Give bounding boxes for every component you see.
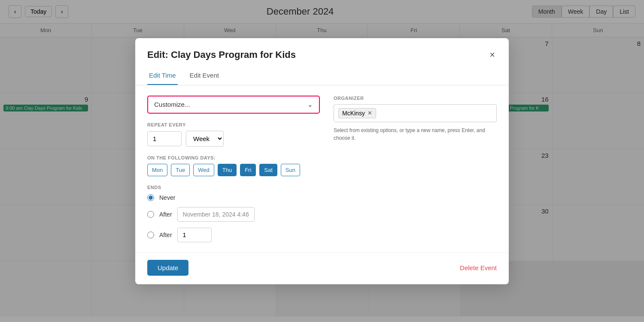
organizer-tag: McKinsy ✕ xyxy=(338,108,376,118)
modal-header: Edit: Clay Days Program for Kids × xyxy=(135,38,509,61)
day-wed-button[interactable]: Wed xyxy=(193,164,214,176)
ends-never-row: Never xyxy=(147,194,320,201)
organizer-box[interactable]: McKinsy ✕ xyxy=(334,104,497,122)
day-fri-button[interactable]: Fri xyxy=(240,164,256,176)
day-mon-button[interactable]: Mon xyxy=(147,164,167,176)
ends-after-date-row: After xyxy=(147,207,320,222)
organizer-remove-button[interactable]: ✕ xyxy=(368,110,372,116)
calendar-container: ‹ Today › December 2024 Month Week Day L… xyxy=(0,0,644,322)
organizer-hint: Select from existing options, or type a … xyxy=(334,126,497,142)
organizer-label: ORGANIZER xyxy=(334,96,497,101)
ends-options: Never After After xyxy=(147,194,320,242)
modal-footer: Update Delete Event xyxy=(135,253,509,284)
delete-event-button[interactable]: Delete Event xyxy=(460,264,497,271)
ends-after-count-row: After xyxy=(147,228,320,242)
tab-edit-event[interactable]: Edit Event xyxy=(188,68,221,85)
ends-count-input[interactable] xyxy=(177,228,212,242)
close-button[interactable]: × xyxy=(488,48,497,61)
ends-after-count-radio[interactable] xyxy=(147,232,154,238)
customize-dropdown[interactable]: Customize... ⌄ xyxy=(147,96,320,114)
repeat-unit-select[interactable]: Week Day Month Year xyxy=(186,131,224,147)
organizer-name: McKinsy xyxy=(342,110,365,117)
repeat-row: Week Day Month Year xyxy=(147,131,320,147)
ends-after-count-label[interactable]: After xyxy=(159,232,172,238)
ends-date-input[interactable] xyxy=(177,207,255,222)
modal-body: Customize... ⌄ REPEAT EVERY Week Day Mon… xyxy=(135,85,509,253)
day-sat-button[interactable]: Sat xyxy=(259,164,277,176)
following-days-label: ON THE FOLLOWING DAYS: xyxy=(147,155,320,160)
ends-label: ENDS xyxy=(147,185,320,190)
ends-never-radio[interactable] xyxy=(147,194,154,201)
repeat-every-label: REPEAT EVERY xyxy=(147,122,320,127)
modal-title: Edit: Clay Days Program for Kids xyxy=(147,49,296,60)
day-buttons: Mon Tue Wed Thu Fri Sat Sun xyxy=(147,164,320,176)
modal-right-panel: ORGANIZER McKinsy ✕ Select from existing… xyxy=(334,96,497,242)
update-button[interactable]: Update xyxy=(147,260,188,276)
modal-tabs: Edit Time Edit Event xyxy=(135,61,509,85)
modal-left-panel: Customize... ⌄ REPEAT EVERY Week Day Mon… xyxy=(147,96,320,242)
edit-event-modal: Edit: Clay Days Program for Kids × Edit … xyxy=(135,38,509,284)
ends-never-label[interactable]: Never xyxy=(159,194,175,201)
day-tue-button[interactable]: Tue xyxy=(171,164,190,176)
repeat-value-input[interactable] xyxy=(147,131,182,146)
day-sun-button[interactable]: Sun xyxy=(281,164,300,176)
tab-edit-time[interactable]: Edit Time xyxy=(147,68,178,85)
day-thu-button[interactable]: Thu xyxy=(218,164,237,176)
ends-after-date-label[interactable]: After xyxy=(159,211,172,218)
customize-label: Customize... xyxy=(154,101,190,108)
chevron-down-icon: ⌄ xyxy=(307,101,313,108)
modal-overlay: Edit: Clay Days Program for Kids × Edit … xyxy=(0,0,644,322)
ends-after-date-radio[interactable] xyxy=(147,211,154,218)
